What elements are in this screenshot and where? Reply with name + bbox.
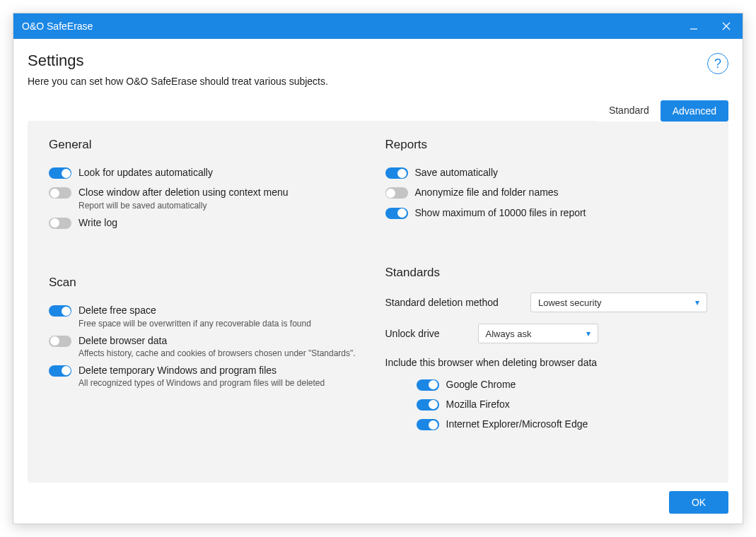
chevron-down-icon: ▾ (695, 297, 699, 307)
unlock-value: Always ask (486, 329, 532, 339)
tab-advanced[interactable]: Advanced (661, 100, 728, 122)
method-value: Lowest security (538, 297, 602, 308)
toggle-ie-edge[interactable] (417, 419, 439, 430)
section-standards: Standards Standard deletion method Lowes… (385, 266, 708, 437)
section-scan: Scan Delete free space Free space will b… (49, 276, 371, 392)
label-browser-data: Delete browser data (78, 333, 356, 348)
label-free-space: Delete free space (78, 302, 311, 318)
label-max-files: Show maximum of 10000 files in report (415, 205, 586, 220)
label-save-auto: Save automatically (415, 165, 499, 180)
question-icon: ? (714, 57, 721, 71)
toggle-firefox[interactable] (417, 399, 439, 411)
reports-heading: Reports (385, 138, 708, 152)
section-reports: Reports Save automatically Anonymize fil… (385, 138, 708, 225)
include-browsers-label: Include this browser when deleting brows… (385, 355, 708, 370)
sub-free-space: Free space will be overwritten if any re… (78, 319, 311, 329)
toggle-close-window[interactable] (49, 187, 71, 199)
titlebar: O&O SafeErase (13, 13, 743, 39)
label-anonymize: Anonymize file and folder names (415, 184, 559, 200)
method-label: Standard deletion method (385, 297, 499, 308)
close-button[interactable] (710, 13, 743, 39)
toggle-write-log[interactable] (49, 218, 71, 229)
label-chrome: Google Chrome (446, 377, 516, 392)
toggle-updates[interactable] (49, 167, 71, 179)
unlock-select[interactable]: Always ask ▾ (478, 324, 598, 343)
toggle-chrome[interactable] (417, 379, 439, 391)
scan-heading: Scan (49, 276, 371, 290)
section-general: General Look for updates automatically C… (49, 138, 371, 235)
footer: OK (28, 483, 728, 514)
sub-temp-files: All recognized types of Windows and prog… (78, 378, 325, 388)
window-title: O&O SafeErase (22, 20, 678, 32)
method-select[interactable]: Lowest security ▾ (530, 293, 707, 312)
toggle-temp-files[interactable] (49, 365, 71, 377)
label-ie-edge: Internet Explorer/Microsoft Edge (446, 416, 588, 432)
settings-panel: General Look for updates automatically C… (28, 121, 728, 483)
label-write-log: Write log (78, 215, 117, 230)
unlock-label: Unlock drive (385, 328, 440, 339)
toggle-free-space[interactable] (49, 305, 71, 317)
standards-heading: Standards (385, 266, 708, 280)
sub-close-window: Report will be saved automatically (78, 201, 289, 211)
tabs: Standard Advanced (28, 100, 728, 121)
toggle-save-auto[interactable] (385, 167, 408, 179)
tab-standard[interactable]: Standard (598, 100, 661, 122)
label-close-window: Close window after deletion using contex… (78, 184, 289, 200)
content-area: Settings Here you can set how O&O SafeEr… (13, 39, 743, 524)
sub-browser-data: Affects history, cache and cookies of br… (78, 348, 356, 358)
general-heading: General (49, 138, 371, 152)
toggle-anonymize[interactable] (385, 187, 408, 199)
page-title: Settings (28, 52, 707, 70)
toggle-browser-data[interactable] (49, 336, 71, 347)
chevron-down-icon: ▾ (586, 329, 591, 338)
help-button[interactable]: ? (707, 53, 728, 74)
minimize-button[interactable] (678, 13, 710, 39)
app-window: O&O SafeErase Settings Here you can set … (13, 13, 743, 524)
label-temp-files: Delete temporary Windows and program fil… (78, 362, 325, 378)
page-subtitle: Here you can set how O&O SafeErase shoul… (28, 76, 707, 87)
ok-button[interactable]: OK (669, 491, 728, 514)
label-updates: Look for updates automatically (78, 165, 213, 180)
label-firefox: Mozilla Firefox (446, 396, 510, 412)
toggle-max-files[interactable] (385, 208, 408, 219)
